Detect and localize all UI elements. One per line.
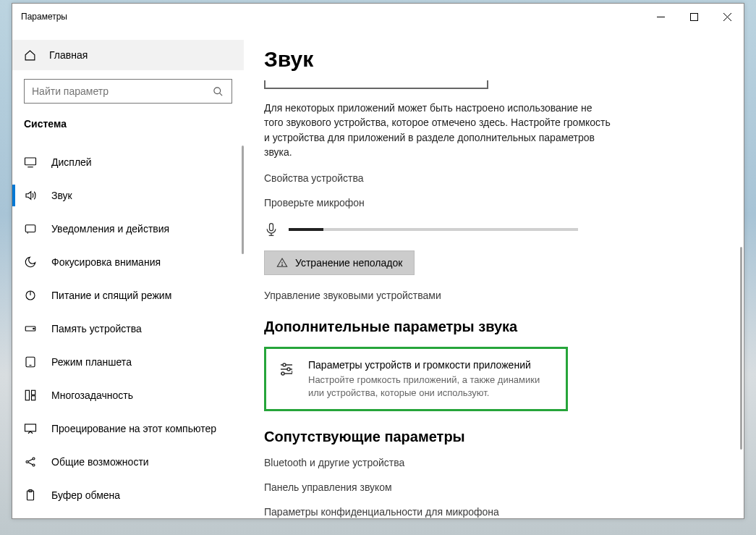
maximize-button[interactable] bbox=[677, 4, 710, 30]
shared-icon bbox=[24, 455, 37, 468]
window-controls bbox=[644, 4, 744, 30]
sidebar-item-sound[interactable]: Звук bbox=[12, 179, 244, 212]
sidebar-home[interactable]: Главная bbox=[12, 40, 244, 70]
mic-test-row bbox=[264, 222, 715, 237]
svg-line-23 bbox=[28, 463, 33, 465]
power-icon bbox=[24, 289, 37, 302]
related-sound-panel-link[interactable]: Панель управления звуком bbox=[264, 481, 715, 493]
svg-line-22 bbox=[28, 459, 33, 461]
svg-point-32 bbox=[283, 363, 286, 366]
search-input[interactable] bbox=[32, 85, 213, 97]
sidebar-item-notifications[interactable]: Уведомления и действия bbox=[12, 212, 244, 245]
mic-level-bar bbox=[289, 228, 578, 231]
svg-rect-8 bbox=[25, 225, 35, 232]
svg-line-5 bbox=[219, 93, 222, 96]
svg-point-19 bbox=[26, 461, 28, 463]
close-button[interactable] bbox=[710, 4, 744, 30]
svg-rect-6 bbox=[25, 158, 36, 165]
moon-icon bbox=[24, 256, 37, 269]
sidebar-item-label: Питание и спящий режим bbox=[51, 290, 171, 301]
advanced-heading: Дополнительные параметры звука bbox=[264, 319, 715, 335]
display-icon bbox=[24, 156, 37, 169]
sidebar-item-label: Проецирование на этот компьютер bbox=[51, 423, 216, 434]
notifications-icon bbox=[24, 222, 37, 235]
sidebar-item-label: Звук bbox=[51, 190, 72, 201]
search-wrap bbox=[12, 70, 244, 109]
sidebar-item-tablet[interactable]: Режим планшета bbox=[12, 345, 244, 379]
sidebar-item-power[interactable]: Питание и спящий режим bbox=[12, 279, 244, 312]
svg-point-20 bbox=[33, 458, 35, 460]
manage-devices-link[interactable]: Управление звуковыми устройствами bbox=[264, 290, 715, 301]
scrollbar[interactable] bbox=[740, 247, 742, 450]
svg-point-34 bbox=[287, 368, 290, 371]
clipboard-icon bbox=[24, 489, 37, 502]
app-volume-card[interactable]: Параметры устройств и громкости приложен… bbox=[264, 347, 568, 411]
sound-icon bbox=[24, 189, 37, 202]
card-title: Параметры устройств и громкости приложен… bbox=[308, 359, 554, 371]
search-icon bbox=[213, 86, 224, 97]
sidebar-item-label: Буфер обмена bbox=[51, 489, 120, 501]
home-icon bbox=[24, 49, 36, 62]
sidebar-item-label: Дисплей bbox=[51, 156, 92, 168]
card-text: Параметры устройств и громкости приложен… bbox=[308, 359, 554, 399]
warning-icon bbox=[276, 257, 288, 269]
troubleshoot-button[interactable]: Устранение неполадок bbox=[264, 250, 415, 275]
test-mic-label: Проверьте микрофон bbox=[264, 197, 715, 208]
minimize-button[interactable] bbox=[644, 4, 677, 30]
truncated-select-bottom[interactable] bbox=[264, 80, 488, 89]
svg-point-21 bbox=[33, 464, 35, 466]
related-mic-privacy-link[interactable]: Параметры конфиденциальности для микрофо… bbox=[264, 506, 715, 518]
sidebar-item-label: Фокусировка внимания bbox=[51, 256, 161, 268]
related-heading: Сопутствующие параметры bbox=[264, 429, 715, 445]
search-box[interactable] bbox=[24, 79, 232, 104]
sidebar-item-label: Общие возможности bbox=[51, 456, 149, 468]
sidebar-item-display[interactable]: Дисплей bbox=[12, 146, 244, 179]
device-properties-link[interactable]: Свойства устройства bbox=[264, 172, 715, 184]
sidebar-item-focus[interactable]: Фокусировка внимания bbox=[12, 245, 244, 279]
sidebar-item-label: Уведомления и действия bbox=[51, 223, 169, 235]
sidebar-item-clipboard[interactable]: Буфер обмена bbox=[12, 479, 244, 512]
sliders-icon bbox=[278, 359, 295, 399]
multitask-icon bbox=[24, 389, 37, 402]
sidebar-item-storage[interactable]: Память устройства bbox=[12, 312, 244, 345]
svg-rect-16 bbox=[32, 390, 35, 395]
tablet-icon bbox=[24, 355, 37, 368]
svg-point-12 bbox=[33, 328, 35, 329]
svg-rect-17 bbox=[32, 396, 35, 400]
sidebar-item-projecting[interactable]: Проецирование на этот компьютер bbox=[12, 412, 244, 445]
project-icon bbox=[24, 422, 37, 435]
sidebar: Главная Система Дисплей bbox=[12, 30, 244, 518]
svg-rect-26 bbox=[270, 224, 273, 231]
svg-rect-15 bbox=[25, 390, 29, 400]
sidebar-item-label: Многозадачность bbox=[51, 389, 133, 401]
sidebar-item-shared[interactable]: Общие возможности bbox=[12, 445, 244, 479]
svg-rect-18 bbox=[25, 424, 36, 431]
mic-icon bbox=[264, 222, 279, 237]
svg-rect-1 bbox=[690, 13, 697, 20]
sidebar-item-label: Режим планшета bbox=[51, 356, 132, 368]
storage-icon bbox=[24, 322, 37, 335]
sidebar-section-label: Система bbox=[12, 109, 244, 137]
svg-point-4 bbox=[214, 87, 221, 93]
window-title: Параметры bbox=[21, 12, 67, 22]
svg-point-36 bbox=[281, 372, 284, 375]
main-panel: Звук Для некоторых приложений может быть… bbox=[244, 30, 744, 518]
titlebar: Параметры bbox=[12, 4, 744, 30]
svg-point-30 bbox=[281, 265, 282, 266]
page-heading: Звук bbox=[264, 47, 715, 72]
sidebar-item-multitask[interactable]: Многозадачность bbox=[12, 379, 244, 412]
sidebar-nav: Дисплей Звук Уведомления и действия bbox=[12, 146, 244, 512]
page-description: Для некоторых приложений может быть наст… bbox=[264, 101, 611, 159]
content: Главная Система Дисплей bbox=[12, 30, 744, 518]
settings-window: Параметры Главная bbox=[12, 3, 744, 519]
sidebar-item-label: Память устройства bbox=[51, 323, 142, 334]
sidebar-home-label: Главная bbox=[49, 49, 88, 61]
related-bluetooth-link[interactable]: Bluetooth и другие устройства bbox=[264, 457, 715, 468]
card-desc: Настройте громкость приложений, а также … bbox=[308, 374, 554, 399]
troubleshoot-label: Устранение неполадок bbox=[295, 257, 402, 269]
